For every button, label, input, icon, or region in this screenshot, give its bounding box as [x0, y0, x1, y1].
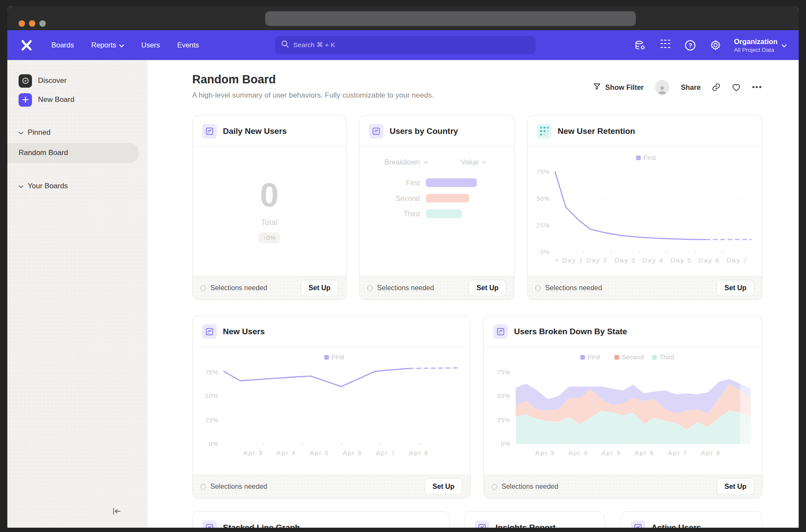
- bar-label: Second: [359, 194, 420, 203]
- insight-chart-icon: [493, 324, 508, 339]
- svg-text:75%: 75%: [536, 168, 550, 175]
- bar-row: Second: [359, 194, 514, 203]
- mixpanel-logo-icon[interactable]: [19, 38, 34, 53]
- card-title: Insights Report: [495, 523, 555, 528]
- card-daily-new-users: Daily New Users 0 Total ↑0% Selections n…: [192, 115, 346, 300]
- set-up-button[interactable]: Set Up: [717, 478, 754, 495]
- set-up-button[interactable]: Set Up: [425, 478, 462, 495]
- copy-link-icon[interactable]: [712, 83, 720, 92]
- svg-text:50%: 50%: [205, 393, 219, 399]
- card-header: Users Broken Down By State: [484, 316, 762, 347]
- set-up-button[interactable]: Set Up: [301, 280, 338, 296]
- card-footer: Selections needed Set Up: [527, 276, 762, 300]
- status-circle-icon: [367, 285, 373, 291]
- share-button[interactable]: Share: [681, 83, 701, 92]
- svg-text:Day 3: Day 3: [615, 256, 636, 264]
- card-header: Insights Report: [465, 512, 604, 528]
- state-stacked-chart: 75%50%25%0%Apr 3Apr 4Apr 5Apr 6Apr 7Apr …: [484, 347, 762, 477]
- svg-text:25%: 25%: [497, 417, 511, 424]
- sidebar-section-pinned[interactable]: Pinned: [19, 128, 148, 137]
- nav-left: Boards Reports Users Events: [19, 38, 199, 53]
- insight-chart-icon: [369, 124, 384, 139]
- svg-text:Day 6: Day 6: [698, 256, 720, 264]
- favorite-heart-icon[interactable]: [732, 83, 741, 92]
- delta-badge: ↑0%: [258, 232, 280, 243]
- card-footer: Selections needed Set Up: [484, 475, 762, 498]
- more-options-icon[interactable]: •••: [752, 83, 762, 92]
- traffic-light-close[interactable]: [19, 20, 25, 27]
- value-header[interactable]: Value: [461, 158, 486, 166]
- svg-text:0%: 0%: [501, 440, 511, 447]
- help-glyph: ?: [685, 40, 695, 51]
- country-table-headers: Breakdown Value: [359, 147, 514, 166]
- svg-text:Apr 6: Apr 6: [635, 449, 654, 456]
- bar-third: [426, 209, 462, 218]
- global-search[interactable]: [275, 36, 536, 54]
- bar-row: First: [359, 178, 514, 187]
- nav-item-reports[interactable]: Reports: [91, 41, 124, 49]
- svg-text:75%: 75%: [205, 369, 219, 376]
- svg-text:< Day 1: < Day 1: [555, 256, 583, 264]
- board-actions: Show Filter Share •••: [593, 80, 762, 95]
- random-board-label: Random Board: [19, 149, 68, 157]
- bar-second: [426, 194, 469, 203]
- nav-item-boards[interactable]: Boards: [51, 41, 74, 49]
- insight-chart-icon: [475, 520, 489, 528]
- big-number-value: 0: [193, 175, 346, 215]
- retention-chart: 75%50%25%0%< Day 1Day 2Day 3Day 4Day 5Da…: [527, 147, 762, 278]
- org-switcher[interactable]: Organization All Project Data: [734, 38, 787, 53]
- svg-text:First: First: [644, 154, 657, 161]
- discover-compass-icon: [19, 74, 32, 88]
- svg-text:75%: 75%: [497, 369, 511, 376]
- sidebar-item-discover[interactable]: Discover: [19, 71, 148, 90]
- nav-item-events[interactable]: Events: [177, 41, 199, 49]
- svg-text:Apr 5: Apr 5: [309, 449, 329, 456]
- insight-chart-icon: [202, 124, 217, 139]
- card-insights-report: Insights Report: [465, 511, 605, 528]
- bar-label: Third: [359, 210, 420, 218]
- traffic-light-zoom[interactable]: [39, 20, 46, 27]
- data-management-icon[interactable]: [634, 39, 647, 52]
- page-subtitle: A high-level summary of user behaviors. …: [192, 91, 434, 100]
- funnel-icon: [593, 82, 601, 92]
- selections-needed-status: Selections needed: [492, 483, 717, 491]
- retention-grid-icon: [537, 124, 552, 139]
- card-header: Users by Country: [359, 116, 514, 147]
- status-circle-icon: [535, 285, 541, 291]
- svg-text:Apr 6: Apr 6: [343, 449, 362, 456]
- search-input[interactable]: [293, 41, 530, 49]
- sidebar-item-random-board[interactable]: Random Board: [7, 143, 139, 163]
- avatar[interactable]: [655, 80, 670, 95]
- apps-grid-icon[interactable]: [659, 39, 672, 52]
- insight-chart-icon: [631, 520, 645, 528]
- sidebar-item-new-board[interactable]: New Board: [19, 90, 148, 109]
- sidebar: Discover New Board Pinned Random Board: [7, 60, 148, 528]
- show-filter-button[interactable]: Show Filter: [593, 82, 644, 92]
- svg-text:25%: 25%: [536, 222, 550, 229]
- card-title: Users by Country: [390, 127, 458, 136]
- traffic-light-minimize[interactable]: [29, 20, 35, 27]
- chevron-down-icon: [19, 182, 23, 190]
- svg-text:25%: 25%: [205, 417, 219, 424]
- card-title: New Users: [223, 327, 265, 336]
- help-icon[interactable]: ?: [684, 39, 697, 52]
- browser-address-bar[interactable]: [265, 11, 636, 26]
- svg-text:Apr 7: Apr 7: [668, 449, 688, 456]
- settings-gear-icon[interactable]: [709, 39, 722, 52]
- sidebar-section-your-boards[interactable]: Your Boards: [19, 182, 148, 190]
- set-up-button[interactable]: Set Up: [469, 280, 506, 296]
- org-name: Organization: [734, 38, 777, 46]
- status-circle-icon: [200, 285, 206, 291]
- address-input[interactable]: [265, 11, 636, 26]
- nav-item-users[interactable]: Users: [141, 41, 160, 49]
- new-board-label: New Board: [38, 95, 74, 104]
- svg-text:Apr 4: Apr 4: [568, 449, 588, 456]
- selections-needed-status: Selections needed: [200, 483, 425, 491]
- discover-label: Discover: [38, 76, 67, 85]
- card-title: Daily New Users: [223, 127, 287, 136]
- card-active-users: Active Users: [621, 511, 762, 528]
- collapse-sidebar-icon[interactable]: [111, 507, 122, 517]
- breakdown-header[interactable]: Breakdown: [384, 158, 428, 166]
- set-up-button[interactable]: Set Up: [717, 280, 754, 296]
- svg-text:Day 4: Day 4: [642, 256, 663, 264]
